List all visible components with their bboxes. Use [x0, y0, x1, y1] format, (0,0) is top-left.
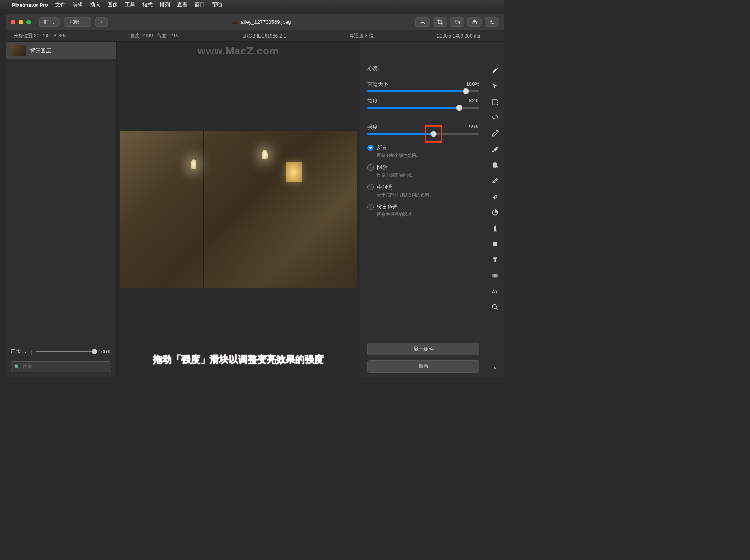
eyedropper-tool-icon[interactable]: [490, 129, 500, 138]
color-tool-icon[interactable]: [490, 271, 500, 280]
dimensions-label: 2100 x 1400 300 dpi: [437, 33, 480, 39]
share-icon[interactable]: [467, 17, 482, 27]
app-name[interactable]: Pixelmator Pro: [12, 2, 48, 8]
instruction-overlay: 拖动「强度」滑块以调整变亮效果的强度: [153, 353, 324, 366]
color-adjust-icon[interactable]: [415, 17, 430, 27]
brush-size-slider[interactable]: [367, 90, 479, 92]
type-tool-icon[interactable]: [490, 255, 500, 265]
image-canvas[interactable]: [120, 131, 357, 288]
layer-name: 背景图层: [30, 47, 51, 54]
menu-image[interactable]: 图像: [107, 1, 118, 8]
fill-tool-icon[interactable]: [490, 160, 500, 170]
traffic-lights: [11, 20, 31, 24]
menu-arrange[interactable]: 排列: [160, 1, 170, 8]
decor: [286, 162, 302, 182]
shape-tool-icon[interactable]: [490, 208, 500, 217]
menu-help[interactable]: 帮助: [212, 1, 222, 8]
radio-highlights[interactable]: 突出色调 图像中最亮的区域。: [367, 203, 479, 218]
layer-row-bg[interactable]: 背景图层: [6, 42, 116, 59]
svg-point-13: [494, 197, 495, 198]
colorspace-label: sRGB IEC61966-2.1: [243, 33, 286, 39]
svg-rect-0: [44, 20, 49, 24]
softness-value: 82%: [469, 98, 479, 105]
tool-strip: »: [486, 42, 504, 377]
watermark-text: www.MacZ.com: [198, 45, 279, 57]
svg-point-11: [492, 115, 497, 119]
more-tools-icon[interactable]: »: [490, 363, 500, 372]
pen-tool-icon[interactable]: [490, 224, 500, 233]
copy-icon[interactable]: [450, 17, 464, 27]
rectangle-tool-icon[interactable]: [490, 239, 500, 249]
svg-point-18: [494, 274, 498, 278]
repair-tool-icon[interactable]: [490, 192, 500, 201]
document-title: alley_127733569.jpeg: [112, 19, 411, 25]
brush-size-value: 180%: [466, 81, 479, 88]
canvas-area[interactable]: www.MacZ.com 拖动「强度」滑块以调整变亮效果的强度: [117, 42, 360, 377]
zoom-dropdown[interactable]: 43%⌄: [64, 17, 91, 27]
crop-icon[interactable]: [433, 17, 447, 27]
sidebar-toggle-button[interactable]: ⌄: [39, 17, 60, 27]
decor: [191, 159, 196, 169]
close-button[interactable]: [11, 20, 15, 24]
layer-thumbnail: [11, 45, 26, 56]
inspector-panel: 变亮 画笔大小 180% 软度 82%: [360, 42, 486, 377]
opacity-slider[interactable]: [36, 351, 94, 352]
svg-point-19: [492, 304, 496, 308]
radio-midtones[interactable]: 中间调 介于亮部和阴影之间的色调。: [367, 184, 479, 198]
brush-size-control: 画笔大小 180%: [367, 81, 479, 92]
menu-file[interactable]: 文件: [55, 1, 66, 8]
decor: [262, 150, 268, 159]
effects-tool-icon[interactable]: [490, 287, 500, 296]
layer-footer: 正常 ⌄ | 100%: [6, 344, 116, 359]
fullscreen-button[interactable]: [26, 20, 31, 24]
minimize-button[interactable]: [19, 20, 23, 24]
brush-tool-icon[interactable]: [490, 145, 500, 154]
info-bar: 光标位置 x: 2700 y: 402 宽度: 2100 高度: 1400 sR…: [6, 30, 504, 42]
svg-rect-10: [492, 99, 497, 104]
bitdepth-label: 每通道 8 位: [349, 32, 373, 39]
show-original-button[interactable]: 显示原件: [367, 343, 479, 355]
softness-slider[interactable]: [367, 107, 479, 109]
zoom-tool-icon[interactable]: [490, 303, 500, 312]
svg-rect-3: [456, 21, 459, 24]
titlebar: ⌄ 43%⌄ ＋ alley_127733569.jpeg: [6, 14, 504, 30]
document-thumb-icon: [232, 20, 238, 24]
menu-view[interactable]: 查看: [177, 1, 187, 8]
eraser-tool-icon[interactable]: [490, 176, 500, 186]
svg-point-8: [491, 21, 492, 22]
add-button[interactable]: ＋: [95, 17, 108, 27]
softness-control: 软度 82%: [367, 98, 479, 109]
system-menubar: Pixelmator Pro 文件 编辑 插入 图像 工具 格式 排列 查看 窗…: [0, 0, 504, 9]
menu-insert[interactable]: 插入: [90, 1, 100, 8]
menu-edit[interactable]: 编辑: [73, 1, 83, 8]
radio-off-icon: [367, 164, 374, 171]
svg-line-20: [496, 308, 498, 310]
radio-all[interactable]: 所有 图像的整个颜色范围。: [367, 144, 479, 158]
marquee-tool-icon[interactable]: [490, 97, 500, 107]
arrow-tool-icon[interactable]: [490, 81, 500, 91]
svg-rect-16: [493, 242, 497, 246]
style-tool-icon[interactable]: [490, 66, 500, 75]
reset-button[interactable]: 重置: [367, 360, 479, 373]
menu-format[interactable]: 格式: [142, 1, 153, 8]
blend-mode-dropdown[interactable]: 正常 ⌄: [11, 348, 27, 355]
svg-point-14: [496, 196, 497, 197]
strength-control: 强度 59%: [367, 124, 479, 135]
search-icon: 🔍: [14, 364, 20, 370]
radio-off-icon: [367, 184, 374, 190]
app-window: ⌄ 43%⌄ ＋ alley_127733569.jpeg 光标位置 x: 27…: [6, 14, 504, 377]
layers-panel: 背景图层 正常 ⌄ | 100% 🔍 搜索: [6, 42, 117, 377]
layer-search-input[interactable]: 🔍 搜索: [11, 361, 111, 372]
menu-tools[interactable]: 工具: [125, 1, 135, 8]
panel-title: 变亮: [367, 66, 479, 75]
chevron-icon: ⌄: [23, 349, 27, 355]
lasso-tool-icon[interactable]: [490, 113, 500, 122]
radio-shadows[interactable]: 阴影 图像中最暗的区域。: [367, 164, 479, 178]
strength-value: 59%: [469, 124, 479, 131]
menu-window[interactable]: 窗口: [194, 1, 205, 8]
strength-slider[interactable]: [367, 133, 479, 135]
tone-range-radios: 所有 图像的整个颜色范围。 阴影 图像中最暗的区域。 中间调 介于亮部和阴影之间…: [367, 144, 479, 218]
svg-rect-4: [455, 20, 458, 23]
settings-sliders-icon[interactable]: [485, 17, 499, 27]
opacity-value: 100%: [98, 349, 111, 355]
